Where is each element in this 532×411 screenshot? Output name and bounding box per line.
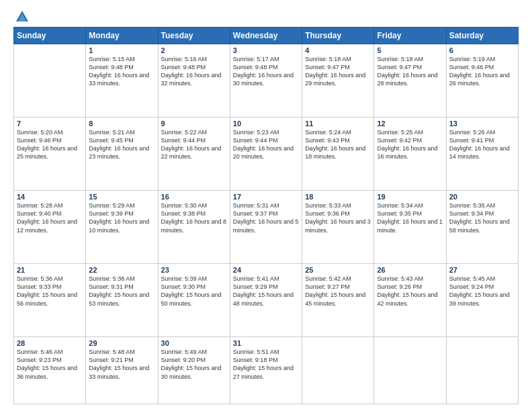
day-info: Sunrise: 5:17 AMSunset: 9:48 PMDaylight:…	[233, 55, 299, 88]
table-row: 4Sunrise: 5:18 AMSunset: 9:47 PMDaylight…	[302, 44, 374, 118]
table-row: 15Sunrise: 5:29 AMSunset: 9:39 PMDayligh…	[86, 191, 158, 264]
table-row: 26Sunrise: 5:43 AMSunset: 9:26 PMDayligh…	[374, 264, 446, 337]
table-row: 13Sunrise: 5:26 AMSunset: 9:41 PMDayligh…	[446, 118, 518, 191]
day-number: 6	[449, 46, 515, 54]
day-number: 9	[161, 120, 227, 128]
table-row: 2Sunrise: 5:16 AMSunset: 9:48 PMDaylight…	[158, 44, 230, 118]
day-number: 30	[161, 339, 227, 347]
table-row: 18Sunrise: 5:33 AMSunset: 9:36 PMDayligh…	[302, 191, 374, 264]
day-info: Sunrise: 5:28 AMSunset: 9:40 PMDaylight:…	[17, 201, 83, 234]
table-row: 31Sunrise: 5:51 AMSunset: 9:18 PMDayligh…	[230, 337, 302, 404]
day-number: 20	[449, 193, 515, 201]
logo-icon	[15, 9, 30, 24]
table-row: 29Sunrise: 5:48 AMSunset: 9:21 PMDayligh…	[86, 337, 158, 404]
day-number: 7	[17, 120, 83, 128]
day-number: 27	[449, 266, 515, 274]
day-number: 26	[377, 266, 443, 274]
day-info: Sunrise: 5:23 AMSunset: 9:44 PMDaylight:…	[233, 128, 299, 161]
day-info: Sunrise: 5:30 AMSunset: 9:38 PMDaylight:…	[161, 201, 227, 234]
calendar-header-row: Sunday Monday Tuesday Wednesday Thursday…	[14, 28, 519, 44]
day-info: Sunrise: 5:38 AMSunset: 9:31 PMDaylight:…	[89, 275, 154, 308]
day-info: Sunrise: 5:36 AMSunset: 9:33 PMDaylight:…	[17, 275, 83, 308]
day-number: 28	[17, 339, 83, 347]
table-row: 10Sunrise: 5:23 AMSunset: 9:44 PMDayligh…	[230, 118, 302, 191]
col-monday: Monday	[86, 28, 158, 44]
day-info: Sunrise: 5:42 AMSunset: 9:27 PMDaylight:…	[305, 275, 371, 308]
table-row: 23Sunrise: 5:39 AMSunset: 9:30 PMDayligh…	[158, 264, 230, 337]
day-number: 2	[161, 46, 227, 54]
day-info: Sunrise: 5:25 AMSunset: 9:42 PMDaylight:…	[377, 128, 443, 161]
table-row: 30Sunrise: 5:49 AMSunset: 9:20 PMDayligh…	[158, 337, 230, 404]
day-info: Sunrise: 5:18 AMSunset: 9:47 PMDaylight:…	[377, 55, 443, 88]
table-row: 27Sunrise: 5:45 AMSunset: 9:24 PMDayligh…	[446, 264, 518, 337]
table-row: 12Sunrise: 5:25 AMSunset: 9:42 PMDayligh…	[374, 118, 446, 191]
col-saturday: Saturday	[446, 28, 518, 44]
header	[13, 11, 519, 21]
day-number: 24	[233, 266, 299, 274]
day-info: Sunrise: 5:15 AMSunset: 9:48 PMDaylight:…	[89, 55, 154, 88]
col-tuesday: Tuesday	[158, 28, 230, 44]
day-number: 8	[89, 120, 154, 128]
day-info: Sunrise: 5:22 AMSunset: 9:44 PMDaylight:…	[161, 128, 227, 161]
logo	[13, 11, 30, 21]
table-row: 3Sunrise: 5:17 AMSunset: 9:48 PMDaylight…	[230, 44, 302, 118]
day-info: Sunrise: 5:39 AMSunset: 9:30 PMDaylight:…	[161, 275, 227, 308]
day-number: 25	[305, 266, 371, 274]
table-row: 7Sunrise: 5:20 AMSunset: 9:46 PMDaylight…	[14, 118, 86, 191]
day-info: Sunrise: 5:19 AMSunset: 9:46 PMDaylight:…	[449, 55, 515, 88]
day-number: 15	[89, 193, 154, 201]
day-number: 17	[233, 193, 299, 201]
day-number: 3	[233, 46, 299, 54]
calendar-week-row: 7Sunrise: 5:20 AMSunset: 9:46 PMDaylight…	[14, 118, 519, 191]
calendar-week-row: 28Sunrise: 5:46 AMSunset: 9:23 PMDayligh…	[14, 337, 519, 404]
day-info: Sunrise: 5:31 AMSunset: 9:37 PMDaylight:…	[233, 201, 299, 234]
table-row: 16Sunrise: 5:30 AMSunset: 9:38 PMDayligh…	[158, 191, 230, 264]
table-row: 28Sunrise: 5:46 AMSunset: 9:23 PMDayligh…	[14, 337, 86, 404]
day-info: Sunrise: 5:26 AMSunset: 9:41 PMDaylight:…	[449, 128, 515, 161]
col-thursday: Thursday	[302, 28, 374, 44]
day-number: 13	[449, 120, 515, 128]
day-number: 1	[89, 46, 154, 54]
day-info: Sunrise: 5:46 AMSunset: 9:23 PMDaylight:…	[17, 348, 83, 381]
table-row: 22Sunrise: 5:38 AMSunset: 9:31 PMDayligh…	[86, 264, 158, 337]
day-info: Sunrise: 5:51 AMSunset: 9:18 PMDaylight:…	[233, 348, 299, 381]
day-info: Sunrise: 5:34 AMSunset: 9:35 PMDaylight:…	[377, 201, 443, 234]
table-row: 8Sunrise: 5:21 AMSunset: 9:45 PMDaylight…	[86, 118, 158, 191]
day-number: 31	[233, 339, 299, 347]
day-number: 19	[377, 193, 443, 201]
calendar-week-row: 21Sunrise: 5:36 AMSunset: 9:33 PMDayligh…	[14, 264, 519, 337]
table-row: 9Sunrise: 5:22 AMSunset: 9:44 PMDaylight…	[158, 118, 230, 191]
day-info: Sunrise: 5:45 AMSunset: 9:24 PMDaylight:…	[449, 275, 515, 308]
table-row: 5Sunrise: 5:18 AMSunset: 9:47 PMDaylight…	[374, 44, 446, 118]
table-row	[374, 337, 446, 404]
day-info: Sunrise: 5:35 AMSunset: 9:34 PMDaylight:…	[449, 201, 515, 234]
table-row: 20Sunrise: 5:35 AMSunset: 9:34 PMDayligh…	[446, 191, 518, 264]
table-row: 14Sunrise: 5:28 AMSunset: 9:40 PMDayligh…	[14, 191, 86, 264]
table-row: 1Sunrise: 5:15 AMSunset: 9:48 PMDaylight…	[86, 44, 158, 118]
table-row: 24Sunrise: 5:41 AMSunset: 9:29 PMDayligh…	[230, 264, 302, 337]
day-number: 14	[17, 193, 83, 201]
day-number: 11	[305, 120, 371, 128]
day-number: 12	[377, 120, 443, 128]
day-info: Sunrise: 5:48 AMSunset: 9:21 PMDaylight:…	[89, 348, 154, 381]
day-info: Sunrise: 5:20 AMSunset: 9:46 PMDaylight:…	[17, 128, 83, 161]
day-number: 29	[89, 339, 154, 347]
col-friday: Friday	[374, 28, 446, 44]
day-info: Sunrise: 5:21 AMSunset: 9:45 PMDaylight:…	[89, 128, 154, 161]
table-row	[302, 337, 374, 404]
table-row: 25Sunrise: 5:42 AMSunset: 9:27 PMDayligh…	[302, 264, 374, 337]
table-row: 11Sunrise: 5:24 AMSunset: 9:43 PMDayligh…	[302, 118, 374, 191]
calendar-table: Sunday Monday Tuesday Wednesday Thursday…	[13, 27, 519, 404]
day-info: Sunrise: 5:24 AMSunset: 9:43 PMDaylight:…	[305, 128, 371, 161]
calendar-week-row: 1Sunrise: 5:15 AMSunset: 9:48 PMDaylight…	[14, 44, 519, 118]
table-row: 19Sunrise: 5:34 AMSunset: 9:35 PMDayligh…	[374, 191, 446, 264]
day-info: Sunrise: 5:43 AMSunset: 9:26 PMDaylight:…	[377, 275, 443, 308]
day-info: Sunrise: 5:33 AMSunset: 9:36 PMDaylight:…	[305, 201, 371, 234]
day-info: Sunrise: 5:18 AMSunset: 9:47 PMDaylight:…	[305, 55, 371, 88]
day-info: Sunrise: 5:29 AMSunset: 9:39 PMDaylight:…	[89, 201, 154, 234]
col-wednesday: Wednesday	[230, 28, 302, 44]
day-number: 10	[233, 120, 299, 128]
table-row	[14, 44, 86, 118]
table-row	[446, 337, 518, 404]
page: Sunday Monday Tuesday Wednesday Thursday…	[0, 0, 532, 411]
